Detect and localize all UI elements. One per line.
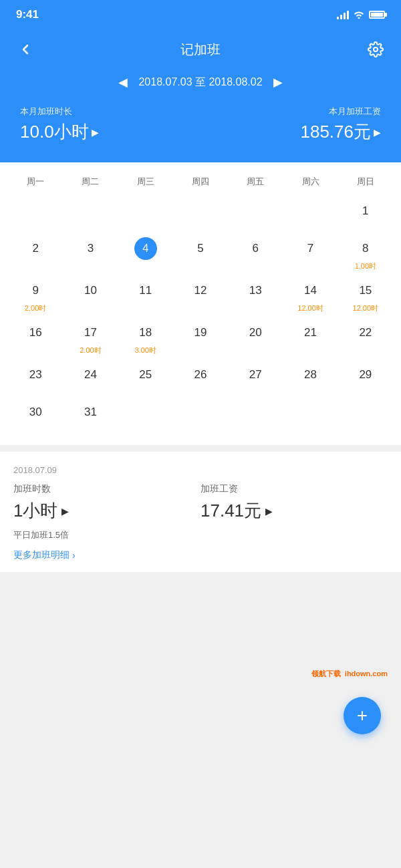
calendar-cell[interactable]: 28 <box>283 359 338 397</box>
calendar-date-number <box>189 401 212 424</box>
calendar-date-number: 25 <box>134 364 157 386</box>
calendar-cell[interactable]: 22 <box>338 317 393 359</box>
calendar-date-number: 8 <box>354 237 377 260</box>
detail-multiplier: 平日加班1.5倍 <box>13 529 388 541</box>
calendar-date-number <box>354 401 377 424</box>
calendar-cell <box>283 196 338 233</box>
total-hours-stat: 本月加班时长 10.0小时 ▶ <box>20 106 99 144</box>
calendar-date-number: 12 <box>189 279 212 302</box>
calendar-cell[interactable]: 1 <box>338 196 393 233</box>
calendar-date-number: 24 <box>79 364 102 386</box>
calendar-date-number <box>134 200 157 223</box>
calendar-cell[interactable]: 27 <box>228 359 283 397</box>
calendar-date-number: 4 <box>134 237 157 260</box>
calendar-cell[interactable]: 10 <box>63 275 118 317</box>
calendar-cell[interactable]: 24 <box>63 359 118 397</box>
calendar-cell[interactable]: 16 <box>8 317 63 359</box>
more-detail-link[interactable]: 更多加班明细 › <box>13 549 388 561</box>
calendar-cell[interactable]: 1512.00时 <box>338 275 393 317</box>
calendar-cell[interactable]: 20 <box>228 317 283 359</box>
calendar-cell <box>228 397 283 434</box>
weekday-label: 周四 <box>173 173 228 190</box>
calendar-date-number: 15 <box>354 279 377 302</box>
calendar-date-number: 11 <box>134 279 157 302</box>
total-salary-label: 本月加班工资 <box>329 106 381 118</box>
calendar-cell <box>173 397 228 434</box>
calendar-date-number: 29 <box>354 364 377 386</box>
calendar-cell[interactable]: 1412.00时 <box>283 275 338 317</box>
total-hours-label: 本月加班时长 <box>20 106 99 118</box>
calendar-date-number <box>189 200 212 223</box>
next-period-button[interactable]: ▶ <box>273 75 283 90</box>
weekday-label: 周日 <box>338 173 393 190</box>
calendar-cell[interactable]: 31 <box>63 397 118 434</box>
total-hours-value[interactable]: 10.0小时 ▶ <box>20 120 99 144</box>
calendar-date-number: 26 <box>189 364 212 386</box>
settings-button[interactable] <box>364 37 388 61</box>
calendar-date-number: 6 <box>244 237 267 260</box>
calendar-overtime-label: 1.00时 <box>355 261 376 271</box>
svg-point-0 <box>374 47 378 51</box>
calendar-cell[interactable]: 5 <box>173 233 228 275</box>
calendar-cell <box>118 196 173 233</box>
watermark: 领航下载 ihdown.com <box>311 668 388 686</box>
detail-salary-value[interactable]: 17.41元 ▶ <box>200 499 388 523</box>
calendar-overtime-label: 12.00时 <box>353 303 379 313</box>
calendar-cell[interactable]: 7 <box>283 233 338 275</box>
calendar-cell[interactable]: 30 <box>8 397 63 434</box>
date-range-bar: ◀ 2018.07.03 至 2018.08.02 ▶ <box>0 69 401 100</box>
calendar-cell[interactable]: 12 <box>173 275 228 317</box>
status-icons <box>337 9 385 21</box>
calendar-date-number <box>244 401 267 424</box>
calendar-cell[interactable]: 3 <box>63 233 118 275</box>
stats-bar: 本月加班时长 10.0小时 ▶ 本月加班工资 185.76元 ▶ <box>0 100 401 162</box>
calendar-cell[interactable]: 2 <box>8 233 63 275</box>
calendar-cell[interactable]: 26 <box>173 359 228 397</box>
battery-icon <box>369 11 385 19</box>
detail-date: 2018.07.09 <box>13 465 388 475</box>
weekday-label: 周六 <box>283 173 338 190</box>
calendar-cell <box>63 196 118 233</box>
back-button[interactable] <box>13 37 37 61</box>
calendar-cell[interactable]: 25 <box>118 359 173 397</box>
total-salary-value[interactable]: 185.76元 ▶ <box>300 120 381 144</box>
calendar-date-number: 16 <box>24 321 47 344</box>
calendar-cell <box>118 397 173 434</box>
calendar-date-number <box>299 200 322 223</box>
calendar-cell[interactable]: 13 <box>228 275 283 317</box>
calendar-cell[interactable]: 4 <box>118 233 173 275</box>
calendar-overtime-label: 12.00时 <box>297 303 323 313</box>
date-separator: 至 <box>195 76 206 88</box>
date-end: 2018.08.02 <box>209 76 262 88</box>
detail-labels: 加班时数 加班工资 <box>13 483 388 495</box>
calendar-date-number: 13 <box>244 279 267 302</box>
add-overtime-button[interactable]: + <box>344 697 381 734</box>
calendar-weekday-header: 周一周二周三周四周五周六周日 <box>8 173 393 190</box>
calendar-cell[interactable]: 19 <box>173 317 228 359</box>
calendar-date-number: 5 <box>189 237 212 260</box>
calendar-cell[interactable]: 172.00时 <box>63 317 118 359</box>
prev-period-button[interactable]: ◀ <box>118 75 128 90</box>
calendar-date-number: 22 <box>354 321 377 344</box>
calendar-overtime-label: 2.00时 <box>25 303 46 313</box>
calendar-date-number <box>24 200 47 223</box>
signal-icon <box>337 10 349 19</box>
calendar-date-number: 30 <box>24 401 47 424</box>
calendar-cell[interactable]: 21 <box>283 317 338 359</box>
calendar-cell[interactable]: 92.00时 <box>8 275 63 317</box>
detail-values: 1小时 ▶ 17.41元 ▶ <box>13 499 388 523</box>
calendar-cell[interactable]: 6 <box>228 233 283 275</box>
calendar-date-number: 14 <box>299 279 322 302</box>
calendar-date-number: 31 <box>79 401 102 424</box>
calendar-cell[interactable]: 23 <box>8 359 63 397</box>
calendar-cell[interactable]: 81.00时 <box>338 233 393 275</box>
detail-hours-value[interactable]: 1小时 ▶ <box>13 499 200 523</box>
calendar-cell[interactable]: 11 <box>118 275 173 317</box>
watermark-area: 领航下载 ihdown.com <box>0 572 401 692</box>
calendar-cell[interactable]: 29 <box>338 359 393 397</box>
calendar-cell[interactable]: 183.00时 <box>118 317 173 359</box>
calendar-date-number <box>299 401 322 424</box>
calendar-cell <box>173 196 228 233</box>
calendar: 周一周二周三周四周五周六周日 123456781.00时92.00时101112… <box>0 162 401 445</box>
total-salary-stat: 本月加班工资 185.76元 ▶ <box>300 106 381 144</box>
